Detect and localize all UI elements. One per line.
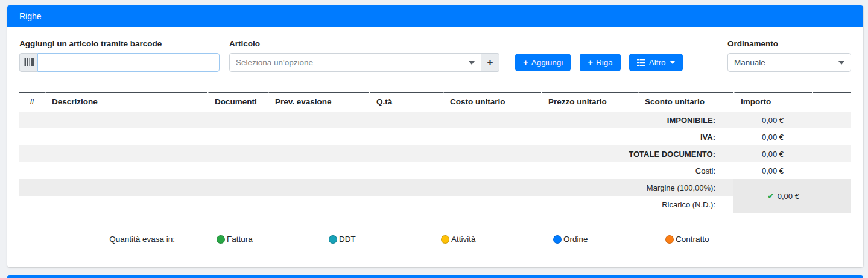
summary-row-totale-documento: TOTALE DOCUMENTO: 0,00 € [19,145,851,162]
righe-panel: Righe Aggiungi un articolo tramite barco… [7,5,863,267]
column-header-descrizione: Descrizione [45,92,207,112]
chevron-down-icon [838,61,844,65]
plus-icon: + [588,57,593,68]
plus-icon: + [523,57,528,68]
legend-item-label: Fattura [227,235,253,244]
list-icon [637,59,645,66]
panel-header: Righe [7,5,863,27]
column-header-costo-unitario: Costo unitario [443,92,541,112]
panel-body: Aggiungi un articolo tramite barcode [7,27,863,267]
summary-value: 0,00 € [733,128,812,145]
summary-label: Ricarico (N.D.): [19,196,733,213]
legend-item-label: Ordine [563,235,588,244]
column-header-actions [812,92,851,112]
summary-value: 0,00 € [733,112,812,128]
aggiungi-button-label: Aggiungi [531,58,563,67]
barcode-field-label: Aggiungi un articolo tramite barcode [19,39,220,48]
contratto-dot-icon [665,235,674,244]
riga-button-label: Riga [596,58,613,67]
legend-item-fattura: Fattura [175,235,287,244]
check-icon: ✔ [767,191,775,201]
legend-item-label: Attività [451,235,476,244]
barcode-icon [24,58,34,66]
column-header-prev-evasione: Prev. evasione [268,92,369,112]
attivita-dot-icon [441,235,449,244]
legend-item-ddt: DDT [287,235,399,244]
barcode-input[interactable] [37,53,220,72]
add-article-button[interactable]: + [481,53,499,72]
ddt-dot-icon [329,235,337,244]
margine-value: 0,00 € [778,192,799,201]
summary-row-ricarico: Ricarico (N.D.): [19,196,851,213]
column-header-importo: Importo [733,92,812,112]
chevron-down-icon [670,61,675,64]
summary-label: IMPONIBILE: [19,112,733,128]
column-header-sconto-unitario: Sconto unitario [638,92,733,112]
summary-row-margine: Margine (100,00%): ✔0,00 € [19,179,851,196]
ordinamento-select-value: Manuale [734,58,834,67]
altro-button-label: Altro [649,58,666,67]
righe-table: # Descrizione Documenti Prev. evasione Q… [19,92,851,213]
ordine-dot-icon [553,235,562,244]
plus-icon: + [487,57,493,69]
column-header-qta: Q.tà [369,92,443,112]
summary-label: Costi: [19,162,733,179]
table-header-row: # Descrizione Documenti Prev. evasione Q… [19,92,851,112]
legend-item-label: DDT [339,235,356,244]
chevron-down-icon [469,61,475,65]
summary-value: 0,00 € [733,145,812,162]
legend-item-label: Contratto [676,235,709,244]
summary-label: Margine (100,00%): [19,179,733,196]
articolo-field-label: Articolo [229,39,499,48]
legend-label: Quantità evasa in: [19,235,175,244]
margine-value-cell: ✔0,00 € [733,179,851,213]
summary-row-iva: IVA: 0,00 € [19,128,851,145]
fattura-dot-icon [217,235,225,244]
barcode-field-group: Aggiungi un articolo tramite barcode [19,39,220,72]
ordinamento-field-label: Ordinamento [727,39,851,48]
column-header-num: # [19,92,45,112]
summary-row-imponibile: IMPONIBILE: 0,00 € [19,112,851,128]
column-header-documenti: Documenti [207,92,268,112]
altro-dropdown-button[interactable]: Altro [629,54,683,71]
column-header-prezzo-unitario: Prezzo unitario [541,92,638,112]
ordinamento-select[interactable]: Manuale [727,53,851,72]
panel-title: Righe [19,11,42,21]
quantita-evasa-legend: Quantità evasa in: Fattura DDT Attività … [19,235,851,244]
toolbar: Aggiungi un articolo tramite barcode [19,39,851,72]
legend-item-ordine: Ordine [512,235,624,244]
legend-item-attivita: Attività [399,235,512,244]
next-panel-header [7,275,863,278]
articolo-select[interactable]: Seleziona un'opzione [229,53,481,72]
aggiungi-button[interactable]: + Aggiungi [515,54,571,71]
summary-row-costi: Costi: 0,00 € [19,162,851,179]
ordinamento-field-group: Ordinamento Manuale [727,39,851,72]
summary-label: TOTALE DOCUMENTO: [19,145,733,162]
articolo-field-group: Articolo Seleziona un'opzione + [229,39,499,72]
summary-value: 0,00 € [733,162,812,179]
articolo-select-placeholder: Seleziona un'opzione [236,58,464,67]
legend-item-contratto: Contratto [624,235,736,244]
barcode-addon [19,53,37,72]
barcode-input-group [19,53,220,72]
riga-button[interactable]: + Riga [580,54,621,71]
summary-label: IVA: [19,128,733,145]
